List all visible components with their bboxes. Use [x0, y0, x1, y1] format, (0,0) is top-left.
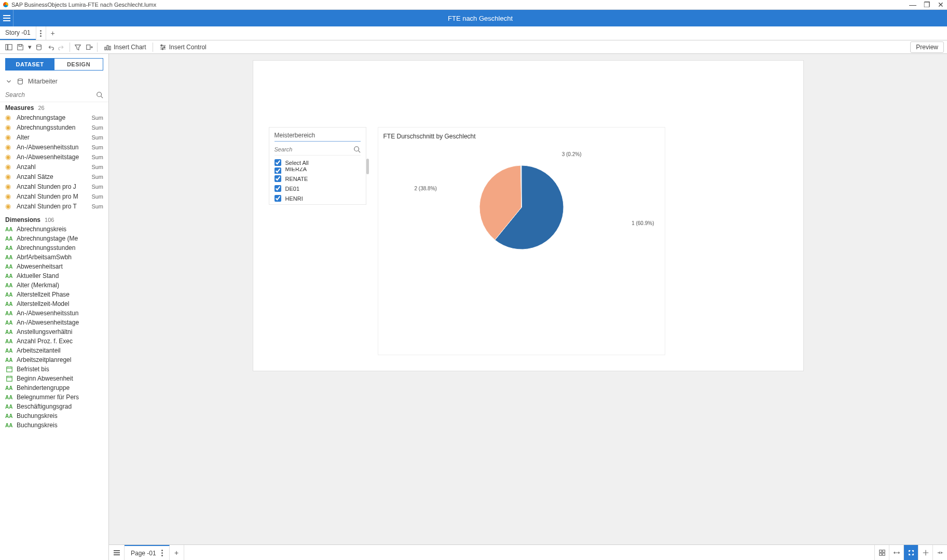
- insert-control-button[interactable]: Insert Control: [155, 41, 211, 53]
- search-icon[interactable]: [353, 146, 361, 153]
- tab-dataset[interactable]: DATASET: [5, 58, 54, 71]
- filter-item[interactable]: HENRI: [275, 193, 361, 203]
- dimension-item[interactable]: AABuchungskreis: [0, 411, 108, 421]
- redo-button[interactable]: [56, 41, 67, 53]
- dimension-item[interactable]: Befristet bis: [0, 365, 108, 374]
- measure-item[interactable]: ◉Anzahl SätzeSum: [0, 172, 108, 181]
- page-add-button[interactable]: +: [170, 545, 184, 560]
- dimension-item[interactable]: AAAn-/Abwesenheitsstun: [0, 309, 108, 318]
- pages-list-button[interactable]: [109, 545, 125, 560]
- dimension-name: Arbeitszeitplanregel: [17, 356, 71, 363]
- filter-checkbox[interactable]: [275, 175, 281, 182]
- sidepanel-toggle-button[interactable]: [3, 41, 15, 53]
- story-tab[interactable]: Story -01: [0, 26, 36, 40]
- measure-item[interactable]: ◉AnzahlSum: [0, 162, 108, 172]
- actual-size-button[interactable]: [918, 545, 932, 560]
- export-button[interactable]: [84, 41, 95, 53]
- dimension-item[interactable]: AAAbrfArbeitsamSwbh: [0, 253, 108, 262]
- text-dimension-icon: AA: [5, 245, 13, 251]
- sidebar-search: [0, 88, 108, 102]
- undo-button[interactable]: [45, 41, 56, 53]
- dimension-name: Beginn Abwesenheit: [17, 375, 73, 382]
- measure-item[interactable]: ◉Anzahl Stunden pro MSum: [0, 191, 108, 201]
- resize-handle[interactable]: [932, 545, 947, 560]
- dimension-item[interactable]: AAAn-/Abwesenheitstage: [0, 318, 108, 327]
- filter-checkbox[interactable]: [275, 159, 281, 166]
- window-maximize-button[interactable]: ❐: [924, 1, 930, 9]
- fit-page-button[interactable]: [903, 545, 918, 560]
- story-tab-menu-button[interactable]: [36, 26, 46, 40]
- filter-checkbox[interactable]: [275, 195, 281, 202]
- vertical-dots-icon[interactable]: [161, 552, 163, 554]
- measure-item[interactable]: ◉AbrechnungsstundenSum: [0, 122, 108, 132]
- dimension-item[interactable]: AAAbrechnungstage (Me: [0, 234, 108, 243]
- dimension-item[interactable]: AAAbrechnungsstunden: [0, 243, 108, 253]
- window-close-button[interactable]: ✕: [938, 1, 944, 9]
- window-minimize-button[interactable]: —: [909, 1, 916, 9]
- toolbar: ▾ Insert Chart Insert Control Preview: [0, 40, 947, 54]
- story-add-button[interactable]: +: [46, 26, 60, 40]
- grid-view-button[interactable]: [874, 545, 889, 560]
- measure-icon: ◉: [5, 192, 13, 200]
- fit-width-button[interactable]: [889, 545, 903, 560]
- sidebar-search-input[interactable]: [5, 88, 96, 102]
- filter-checkbox[interactable]: [275, 185, 281, 192]
- search-icon[interactable]: [96, 91, 103, 99]
- measure-item[interactable]: ◉AlterSum: [0, 132, 108, 142]
- dataset-header[interactable]: Mitarbeiter: [0, 75, 108, 88]
- menu-button[interactable]: [0, 10, 13, 26]
- dimension-item[interactable]: Beginn Abwesenheit: [0, 374, 108, 383]
- canvas-area[interactable]: Meisterbereich Select AllMIERZARENATEDE0…: [109, 54, 947, 544]
- svg-point-8: [161, 45, 162, 46]
- measure-item[interactable]: ◉An-/AbwesenheitsstunSum: [0, 142, 108, 152]
- preview-button[interactable]: Preview: [910, 41, 944, 53]
- measure-icon: ◉: [5, 183, 13, 190]
- dimension-item[interactable]: AAAbrechnungskreis: [0, 225, 108, 234]
- filter-button[interactable]: [72, 41, 84, 53]
- dimension-item[interactable]: AAAlterstellzeit Phase: [0, 290, 108, 299]
- dimension-item[interactable]: AAAlter (Merkmal): [0, 281, 108, 290]
- dimension-item[interactable]: AABeschäftigungsgrad: [0, 402, 108, 411]
- measure-agg: Sum: [91, 174, 103, 180]
- text-dimension-icon: AA: [5, 385, 13, 391]
- save-button[interactable]: [15, 41, 26, 53]
- dimension-item[interactable]: AAArbeitszeitanteil: [0, 346, 108, 355]
- insert-chart-button[interactable]: Insert Chart: [100, 41, 150, 53]
- measure-item[interactable]: ◉An-/AbwesenheitstageSum: [0, 152, 108, 162]
- dataset-button[interactable]: [33, 41, 45, 53]
- filter-item[interactable]: MIERZA: [275, 167, 361, 174]
- filter-panel[interactable]: Meisterbereich Select AllMIERZARENATEDE0…: [269, 127, 366, 205]
- dimension-item[interactable]: AABelegnummer für Pers: [0, 393, 108, 402]
- filter-icon: [74, 44, 81, 51]
- dimension-item[interactable]: AAAnzahl Proz. f. Exec: [0, 337, 108, 346]
- filter-search-input[interactable]: [275, 146, 353, 152]
- filter-item[interactable]: RENATE: [275, 174, 361, 184]
- measure-item[interactable]: ◉Anzahl Stunden pro JSum: [0, 181, 108, 191]
- filter-item[interactable]: Select All: [275, 158, 361, 167]
- artboard: Meisterbereich Select AllMIERZARENATEDE0…: [253, 60, 804, 371]
- dimension-item[interactable]: AAAktueller Stand: [0, 271, 108, 281]
- measure-name: Anzahl Stunden pro J: [17, 183, 76, 190]
- save-dropdown-button[interactable]: ▾: [26, 41, 33, 53]
- dimension-item[interactable]: AABehindertengruppe: [0, 383, 108, 393]
- page-tab[interactable]: Page -01: [125, 545, 170, 560]
- dimension-item[interactable]: AAAnstellungsverhältni: [0, 327, 108, 337]
- measure-agg: Sum: [91, 124, 103, 131]
- control-icon: [159, 44, 167, 51]
- dimension-item[interactable]: AABuchungskreis: [0, 421, 108, 430]
- dimension-item[interactable]: AAArbeitszeitplanregel: [0, 355, 108, 365]
- text-dimension-icon: AA: [5, 395, 13, 400]
- svg-rect-2: [19, 44, 21, 46]
- dimension-item[interactable]: AAAlterstellzeit-Model: [0, 299, 108, 309]
- filter-checkbox[interactable]: [275, 167, 281, 174]
- chart-panel[interactable]: FTE Durschschnitt by Geschlecht 1 (60.9%…: [378, 127, 665, 355]
- measure-item[interactable]: ◉Anzahl Stunden pro TSum: [0, 201, 108, 211]
- measure-item[interactable]: ◉AbrechnungstageSum: [0, 113, 108, 122]
- tab-design[interactable]: DESIGN: [54, 58, 103, 71]
- pie-label-3: 3 (0.2%): [562, 151, 582, 157]
- dimension-item[interactable]: AAAbwesenheitsart: [0, 262, 108, 271]
- measure-agg: Sum: [91, 144, 103, 150]
- text-dimension-icon: AA: [5, 413, 13, 419]
- filter-item[interactable]: DE01: [275, 184, 361, 193]
- scrollbar-thumb[interactable]: [366, 159, 369, 174]
